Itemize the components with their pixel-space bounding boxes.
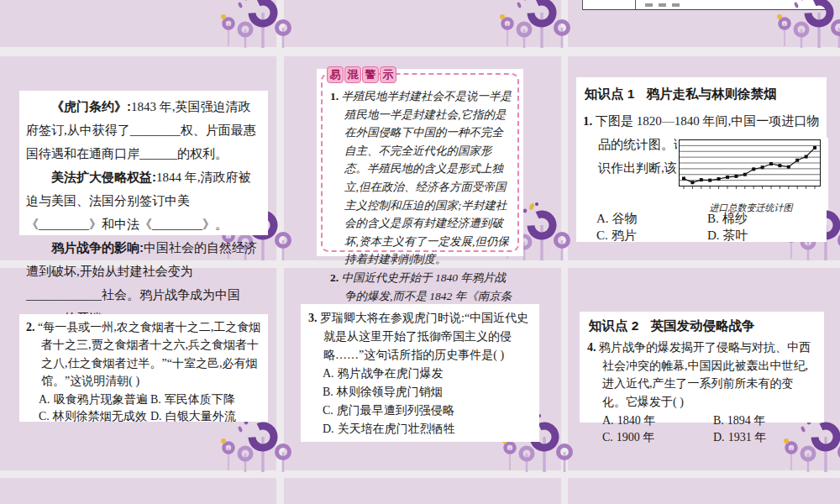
option-a: A.1840 年	[602, 412, 713, 430]
paragraph: 《虎门条约》:1843 年,英国强迫清政府签订,从中获得了________权、片…	[26, 95, 261, 165]
question-text: “每一县或一州,农之食烟者十之二,工之食烟者十之三,贾之食烟者十之六,兵之食烟者…	[38, 321, 260, 387]
option-c: C.鸦片	[596, 227, 707, 244]
option-d: D.关天培在虎门壮烈牺牲	[308, 420, 532, 438]
option-d: D.茶叶	[707, 227, 833, 244]
warning-title-char: 混	[344, 66, 361, 83]
question-number: 4.	[587, 341, 596, 354]
gutter-vertical-2	[561, 0, 568, 504]
gutter-vertical-1	[276, 0, 284, 504]
option-d: D.1931 年	[713, 429, 816, 447]
option-b: B.军民体质下降	[150, 391, 261, 409]
warning-title-char: 警	[362, 66, 379, 83]
option-c: C.林则徐禁烟无成效	[39, 408, 150, 426]
paragraph: 美法扩大侵略权益:1844 年,清政府被迫与美国、法国分别签订中美《______…	[26, 165, 261, 236]
warning-item: 1. 半殖民地半封建社会不是说一半是殖民地一半是封建社会,它指的是在外国侵略下中…	[330, 87, 512, 269]
question: 4. 鸦片战争的爆发揭开了侵略与对抗、中西社会冲突的帷幕,中国因此被轰出中世纪,…	[587, 339, 816, 412]
knowledge-point-2-box: 知识点 2英国发动侵略战争 4. 鸦片战争的爆发揭开了侵略与对抗、中西社会冲突的…	[580, 312, 824, 423]
options-grid: A.1840 年 B.1894 年 C.1900 年 D.1931 年	[587, 412, 816, 447]
import-statistics-chart: 进口总数变迁统计图	[677, 138, 828, 210]
table-fragment-divider	[635, 0, 636, 9]
question-2-box: 2. “每一县或一州,农之食烟者十之二,工之食烟者十之三,贾之食烟者十之六,兵之…	[19, 314, 268, 422]
knowledge-point-1-box: 知识点 1鸦片走私与林则徐禁烟 1. 下图是 1820—1840 年间,中国一项…	[576, 77, 827, 242]
option-c: C.1900 年	[602, 429, 713, 447]
warning-title-char: 易	[327, 66, 344, 83]
knowledge-point-label: 知识点 1	[585, 87, 634, 101]
table-fragment-text-sliver	[645, 3, 653, 7]
item-number: 1.	[330, 90, 339, 102]
gutter-horizontal-3	[0, 470, 840, 478]
paragraph-lead: 鸦片战争的影响:	[51, 240, 144, 255]
item-number: 2.	[330, 271, 339, 284]
knowledge-point-title: 英国发动侵略战争	[650, 318, 754, 333]
option-a: A.谷物	[596, 210, 707, 227]
options-grid: A.吸食鸦片现象普遍 B.军民体质下降 C.林则徐禁烟无成效 D.白银大量外流	[26, 391, 261, 426]
question: 3. 罗瑞卿大将在参观虎门时说:“中国近代史就是从这里开始了抵御帝国主义的侵略……	[308, 309, 532, 365]
option-c: C.虎门最早遭到列强侵略	[308, 402, 532, 420]
option-d: D.白银大量外流	[150, 408, 261, 426]
warning-box: 易 混 警 示 1. 半殖民地半封建社会不是说一半是殖民地一半是封建社会,它指的…	[317, 69, 523, 256]
item-text: 半殖民地半封建社会不是说一半是殖民地一半是封建社会,它指的是在外国侵略下中国的一…	[342, 90, 512, 265]
knowledge-point-heading: 知识点 2英国发动侵略战争	[589, 317, 816, 335]
warning-title-char: 示	[380, 66, 396, 83]
table-fragment	[582, 0, 826, 10]
option-a: A.吸食鸦片现象普遍	[39, 391, 150, 409]
question: 2. “每一县或一州,农之食烟者十之二,工之食烟者十之三,贾之食烟者十之六,兵之…	[26, 318, 261, 391]
option-b: B.1894 年	[713, 412, 816, 430]
paragraph-lead: 《虎门条约》:	[51, 99, 131, 113]
question-number: 2.	[26, 321, 35, 333]
option-a: A.鸦片战争在虎门爆发	[308, 365, 532, 383]
table-fragment-text-sliver	[672, 3, 680, 7]
question-number: 1.	[583, 114, 592, 128]
line-chart	[677, 138, 825, 193]
gutter-horizontal-1	[0, 47, 840, 56]
question-text: 罗瑞卿大将在参观虎门时说:“中国近代史就是从这里开始了抵御帝国主义的侵略……”这…	[320, 312, 528, 361]
paragraph-lead: 美法扩大侵略权益:	[51, 170, 156, 184]
question-3-box: 3. 罗瑞卿大将在参观虎门时说:“中国近代史就是从这里开始了抵御帝国主义的侵略……	[301, 304, 539, 442]
warning-body: 1. 半殖民地半封建社会不是说一半是殖民地一半是封建社会,它指的是在外国侵略下中…	[330, 87, 512, 323]
question-text: 鸦片战争的爆发揭开了侵略与对抗、中西社会冲突的帷幕,中国因此被轰出中世纪,进入近…	[599, 341, 811, 408]
knowledge-point-title: 鸦片走私与林则徐禁烟	[646, 87, 776, 101]
notes-box: 《虎门条约》:1843 年,英国强迫清政府签订,从中获得了________权、片…	[19, 91, 268, 235]
option-b: B.棉纱	[707, 210, 833, 227]
knowledge-point-label: 知识点 2	[589, 318, 638, 333]
knowledge-point-heading: 知识点 1鸦片走私与林则徐禁烟	[585, 82, 820, 106]
option-b: B.林则徐领导虎门销烟	[308, 383, 532, 402]
table-fragment-text-sliver	[659, 3, 666, 7]
warning-title: 易 混 警 示	[327, 66, 396, 83]
slide-sorter-page: 《虎门条约》:1843 年,英国强迫清政府签订,从中获得了________权、片…	[0, 0, 840, 504]
options-grid: A.谷物 B.棉纱 C.鸦片 D.茶叶	[583, 210, 833, 244]
question-number: 3.	[308, 312, 318, 324]
